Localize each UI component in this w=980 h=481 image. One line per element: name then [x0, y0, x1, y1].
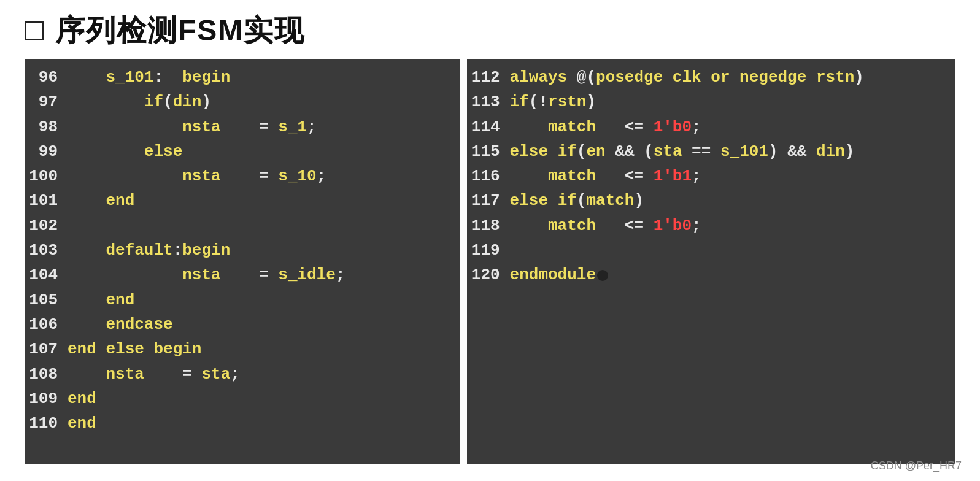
line-number: 98: [25, 115, 68, 139]
line-number: 113: [467, 90, 510, 114]
table-row: 108 nsta = sta;: [25, 362, 460, 387]
line-code: s_101: begin: [68, 65, 230, 90]
table-row: 110end: [25, 411, 460, 436]
line-number: 102: [25, 214, 68, 238]
watermark: CSDN @Per_HR7: [871, 460, 962, 472]
line-number: 99: [25, 139, 68, 164]
table-row: 109end: [25, 387, 460, 411]
line-number: 96: [25, 65, 68, 90]
line-code: always @(posedge clk or negedge rstn): [510, 65, 864, 90]
line-number: 103: [25, 238, 68, 263]
line-number: 97: [25, 90, 68, 114]
table-row: 103 default:begin: [25, 238, 460, 263]
line-code: nsta = s_1;: [68, 115, 317, 139]
line-code: else if(match): [510, 188, 644, 213]
line-number: 120: [467, 263, 510, 287]
table-row: 102: [25, 214, 460, 238]
line-number: 106: [25, 312, 68, 337]
line-code: match <= 1'b1;: [510, 164, 701, 188]
table-row: 117else if(match): [467, 188, 955, 213]
line-number: 105: [25, 288, 68, 312]
table-row: 114 match <= 1'b0;: [467, 115, 955, 139]
line-number: 101: [25, 188, 68, 213]
table-row: 101 end: [25, 188, 460, 213]
line-number: 109: [25, 387, 68, 411]
table-row: 106 endcase: [25, 312, 460, 337]
table-row: 120endmodule: [467, 263, 955, 287]
line-number: 110: [25, 411, 68, 436]
table-row: 99 else: [25, 139, 460, 164]
left-code-panel: 96 s_101: begin97 if(din)98 nsta = s_1;9…: [25, 59, 460, 464]
line-number: 119: [467, 238, 510, 263]
page-title-section: 序列检测FSM实现: [0, 0, 980, 59]
line-number: 118: [467, 214, 510, 238]
line-number: 112: [467, 65, 510, 90]
line-code: else: [68, 139, 182, 164]
text-cursor: [597, 270, 608, 281]
line-code: match <= 1'b0;: [510, 115, 701, 139]
line-code: nsta = sta;: [68, 362, 240, 387]
table-row: 105 end: [25, 288, 460, 312]
table-row: 98 nsta = s_1;: [25, 115, 460, 139]
line-number: 114: [467, 115, 510, 139]
table-row: 118 match <= 1'b0;: [467, 214, 955, 238]
table-row: 107end else begin: [25, 337, 460, 361]
line-code: endmodule: [510, 263, 608, 287]
line-code: end else begin: [68, 337, 201, 361]
line-number: 100: [25, 164, 68, 188]
table-row: 100 nsta = s_10;: [25, 164, 460, 188]
line-code: endcase: [68, 312, 173, 337]
line-code: end: [68, 411, 96, 436]
line-code: end: [68, 288, 134, 312]
line-code: nsta = s_idle;: [68, 263, 345, 287]
line-code: nsta = s_10;: [68, 164, 326, 188]
line-number: 107: [25, 337, 68, 361]
line-code: else if(en && (sta == s_101) && din): [510, 139, 855, 164]
table-row: 113if(!rstn): [467, 90, 955, 114]
table-row: 116 match <= 1'b1;: [467, 164, 955, 188]
table-row: 97 if(din): [25, 90, 460, 114]
line-number: 104: [25, 263, 68, 287]
table-row: 119: [467, 238, 955, 263]
line-code: end: [68, 387, 96, 411]
line-number: 115: [467, 139, 510, 164]
table-row: 96 s_101: begin: [25, 65, 460, 90]
line-code: end: [68, 188, 134, 213]
line-code: default:begin: [68, 238, 230, 263]
page-title: 序列检测FSM实现: [55, 11, 305, 50]
line-number: 108: [25, 362, 68, 387]
line-number: 117: [467, 188, 510, 213]
title-checkbox: [25, 21, 44, 40]
line-code: if(!rstn): [510, 90, 596, 114]
line-code: if(din): [68, 90, 211, 114]
table-row: 115else if(en && (sta == s_101) && din): [467, 139, 955, 164]
table-row: 112always @(posedge clk or negedge rstn): [467, 65, 955, 90]
table-row: 104 nsta = s_idle;: [25, 263, 460, 287]
line-code: match <= 1'b0;: [510, 214, 701, 238]
line-number: 116: [467, 164, 510, 188]
code-panels: 96 s_101: begin97 if(din)98 nsta = s_1;9…: [0, 59, 980, 464]
right-code-panel: 112always @(posedge clk or negedge rstn)…: [467, 59, 955, 464]
